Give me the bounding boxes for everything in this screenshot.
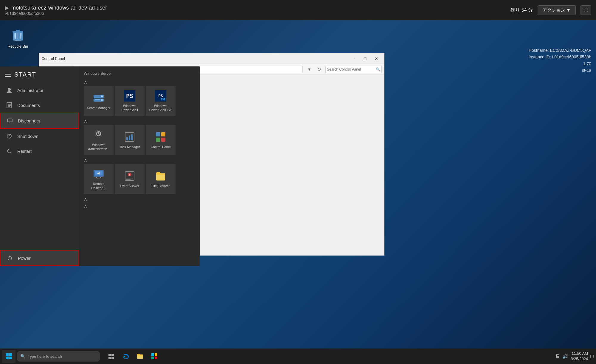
svg-rect-30 xyxy=(131,134,133,140)
store-icon xyxy=(151,353,158,360)
start-right-panel: Windows Server ∧ xyxy=(79,66,200,266)
tile-event-viewer[interactable]: ! Event Viewer xyxy=(115,164,145,194)
collapse-arrow-1[interactable]: ∧ xyxy=(84,79,87,85)
close-button[interactable]: ✕ xyxy=(371,55,382,63)
svg-rect-54 xyxy=(155,353,157,356)
control-panel-icon xyxy=(155,131,167,143)
notification-icon[interactable]: □ xyxy=(590,353,594,360)
svg-rect-55 xyxy=(151,357,154,359)
tile-admin-tools[interactable]: Windows Administrativ... xyxy=(84,125,114,155)
svg-rect-32 xyxy=(161,132,165,136)
start-left-items: Administrator Documents xyxy=(0,83,79,266)
tile-server-manager[interactable]: Server Manager xyxy=(84,86,114,116)
svg-line-37 xyxy=(100,177,101,178)
section-title: Windows Server xyxy=(84,71,195,76)
taskbar-edge[interactable] xyxy=(119,350,132,363)
search-icon: 🔍 xyxy=(20,354,25,359)
restart-icon xyxy=(6,148,13,154)
start-button[interactable] xyxy=(2,350,15,363)
version-text: 1.70 xyxy=(529,60,591,67)
clock-time: 11:50 AM xyxy=(571,351,588,356)
tile-file-explorer[interactable]: File Explorer xyxy=(146,164,176,194)
start-documents[interactable]: Documents xyxy=(0,98,79,113)
volume-icon[interactable]: 🔊 xyxy=(562,354,568,359)
documents-label: Documents xyxy=(17,103,40,108)
top-bar: ▶ mototsuka-ec2-windows-ad-dev-ad-user i… xyxy=(0,0,596,20)
tile-control-panel-label: Control Panel xyxy=(151,145,171,149)
start-title: START xyxy=(14,71,36,78)
window-controls: − □ ✕ xyxy=(348,55,382,63)
svg-rect-11 xyxy=(7,119,12,122)
svg-rect-53 xyxy=(151,353,154,356)
windows-icon xyxy=(5,353,13,360)
collapse-arrow-4[interactable]: ∧ xyxy=(84,196,87,202)
task-manager-icon xyxy=(124,131,136,143)
network-icon[interactable]: 🖥 xyxy=(555,354,560,359)
fullscreen-button[interactable]: ⛶ xyxy=(581,5,591,15)
maximize-button[interactable]: □ xyxy=(360,55,370,63)
svg-rect-47 xyxy=(6,357,9,359)
collapse-arrow-2[interactable]: ∧ xyxy=(84,118,87,124)
admin-tools-icon xyxy=(93,129,105,141)
start-restart[interactable]: Restart xyxy=(0,144,79,158)
search-text: Type here to search xyxy=(28,354,62,359)
svg-rect-22 xyxy=(95,96,100,96)
svg-rect-49 xyxy=(108,354,111,356)
server-manager-icon xyxy=(93,92,105,104)
arrow-icon: ▶ xyxy=(5,4,9,11)
collapse-arrow-3[interactable]: ∧ xyxy=(84,157,87,163)
top-bar-right: 残り 54 分 アクション ▼ ⛶ xyxy=(510,5,591,15)
taskbar-right: 🖥 🔊 11:50 AM 8/25/2024 □ xyxy=(555,351,594,362)
refresh-button[interactable]: ↻ xyxy=(315,65,323,74)
desktop: Recycle Bin Hostname: EC2AMAZ-BUM5QAF In… xyxy=(0,20,596,349)
user-icon xyxy=(6,87,13,94)
action-button[interactable]: アクション ▼ xyxy=(538,5,576,15)
taskbar-search[interactable]: 🔍 Type here to search xyxy=(17,351,100,362)
start-shutdown[interactable]: Shut down xyxy=(0,129,79,144)
tile-remote-desktop[interactable]: Remote Desktop... xyxy=(84,164,114,194)
svg-rect-46 xyxy=(9,353,12,356)
powershell-ise-icon: PS ISE xyxy=(155,90,167,102)
dropdown-button[interactable]: ▾ xyxy=(305,65,313,74)
clock-date: 8/25/2024 xyxy=(571,356,588,362)
taskbar-clock[interactable]: 11:50 AM 8/25/2024 xyxy=(571,351,588,362)
svg-rect-7 xyxy=(7,102,12,108)
tile-task-manager[interactable]: Task Manager xyxy=(115,125,145,155)
tiles-grid-1: Server Manager PS Windows PowerShell PS … xyxy=(84,86,195,116)
restart-label: Restart xyxy=(17,149,32,154)
minimize-button[interactable]: − xyxy=(348,55,359,63)
sys-icons: 🖥 🔊 xyxy=(555,354,568,359)
hamburger-menu[interactable] xyxy=(5,73,11,77)
recycle-bin[interactable]: Recycle Bin xyxy=(6,26,30,49)
search-cp-input[interactable] xyxy=(327,67,375,71)
collapse-arrow-5[interactable]: ∧ xyxy=(84,203,87,209)
shutdown-label: Shut down xyxy=(17,134,38,139)
edge-icon xyxy=(122,353,129,360)
start-user[interactable]: Administrator xyxy=(0,83,79,98)
start-power[interactable]: Power xyxy=(0,250,79,266)
tile-powershell[interactable]: PS Windows PowerShell xyxy=(115,86,145,116)
taskbar-task-view[interactable] xyxy=(105,350,118,363)
start-left-panel: START Administrator xyxy=(0,66,79,266)
search-control-panel[interactable]: 🔍 xyxy=(325,66,382,73)
window-titlebar: Control Panel − □ ✕ xyxy=(39,53,384,64)
taskbar-store[interactable] xyxy=(148,350,161,363)
tiles-grid-3: Remote Desktop... ! Event Viewer xyxy=(84,164,195,194)
hostname-info: Hostname: EC2AMAZ-BUM5QAF Instance ID: i… xyxy=(529,47,591,74)
svg-rect-56 xyxy=(155,357,157,359)
file-explorer-taskbar-icon xyxy=(136,353,144,360)
svg-rect-31 xyxy=(156,132,160,136)
remote-desktop-icon xyxy=(93,168,105,180)
shutdown-icon xyxy=(6,133,13,139)
tile-powershell-ise[interactable]: PS ISE Windows PowerShell ISE xyxy=(146,86,176,116)
tile-control-panel[interactable]: Control Panel xyxy=(146,125,176,155)
task-view-icon xyxy=(108,353,115,360)
instance-id-text: Instance ID: i-01d9cef6005df530b xyxy=(529,54,591,60)
svg-rect-34 xyxy=(161,138,165,142)
svg-rect-51 xyxy=(108,357,111,359)
instance-id: i-01d9cef6005df530b xyxy=(5,11,107,16)
start-disconnect[interactable]: Disconnect xyxy=(0,113,79,129)
file-explorer-icon xyxy=(155,170,167,182)
taskbar-file-explorer[interactable] xyxy=(134,350,147,363)
window-title: Control Panel xyxy=(41,56,65,61)
